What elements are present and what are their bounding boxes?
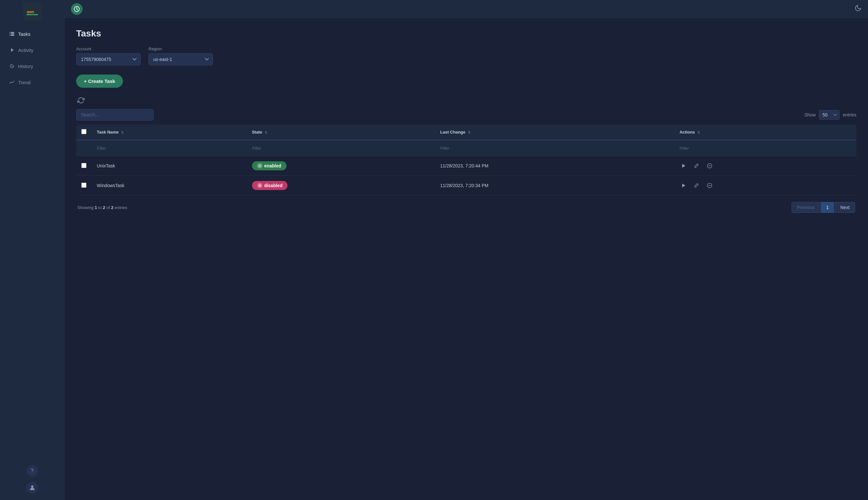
task-name-unix: UnixTask	[92, 156, 247, 176]
run-button-windows[interactable]	[679, 182, 687, 189]
refresh-button[interactable]	[76, 95, 86, 105]
sidebar-item-history[interactable]: History	[3, 59, 61, 73]
state-badge-disabled: ✕ disabled	[252, 181, 288, 190]
svg-text:aws: aws	[27, 10, 34, 14]
dark-mode-toggle[interactable]	[855, 4, 861, 13]
sidebar-item-history-label: History	[18, 64, 33, 69]
help-button[interactable]: ?	[26, 465, 38, 477]
run-button-unix[interactable]	[679, 162, 687, 170]
svg-rect-6	[10, 34, 10, 34]
svg-rect-4	[10, 32, 10, 33]
filter-name: Filter	[97, 146, 106, 151]
account-select[interactable]: 175579060475	[76, 53, 141, 66]
next-button[interactable]: Next	[835, 202, 855, 213]
aws-logo: aws	[23, 3, 41, 21]
badge-dot-enabled: ✓	[257, 163, 262, 168]
table-controls: Show 50 10 25 100 entries	[76, 109, 856, 121]
region-select[interactable]: us-east-1	[148, 53, 213, 66]
trend-icon	[9, 79, 15, 85]
col-last-change[interactable]: Last Change ⇅	[435, 125, 674, 140]
sidebar-item-trend[interactable]: Trend	[3, 75, 61, 90]
showing-total: 2	[111, 205, 113, 210]
row-checkbox-unix[interactable]	[81, 163, 87, 168]
sidebar-item-trend-label: Trend	[18, 80, 31, 85]
show-entries: Show 50 10 25 100 entries	[804, 110, 856, 120]
minus-circle-icon	[707, 183, 712, 189]
sort-arrows-actions: ⇅	[697, 131, 700, 134]
nav-items: Tasks Activity History Trend	[0, 23, 64, 459]
show-label: Show	[804, 112, 816, 117]
entries-label: entries	[843, 112, 856, 117]
task-state-windows: ✕ disabled	[247, 176, 435, 195]
page-1-button[interactable]: 1	[821, 202, 834, 213]
delete-button-windows[interactable]	[706, 181, 714, 190]
pagination-buttons: Previous 1 Next	[791, 202, 855, 213]
col-actions[interactable]: Actions ⇅	[674, 125, 856, 140]
showing-from: 1	[95, 205, 97, 210]
sidebar-item-tasks-label: Tasks	[18, 31, 30, 37]
edit-button-unix[interactable]	[692, 162, 700, 170]
search-input[interactable]	[76, 109, 154, 121]
task-actions-windows	[674, 176, 856, 195]
row-checkbox-windows[interactable]	[81, 183, 87, 188]
task-last-change-unix: 11/28/2023, 7:20:44 PM	[435, 156, 674, 176]
region-label: Region	[148, 46, 213, 51]
content-area: Tasks Account 175579060475 Region us-eas…	[65, 18, 868, 500]
table-row: UnixTask ✓ enabled 11/28/2023, 7:20:44 P…	[76, 156, 856, 176]
refresh-icon	[77, 97, 84, 104]
svg-rect-5	[11, 32, 14, 33]
sort-arrows-state: ⇅	[264, 131, 267, 134]
svg-rect-9	[11, 35, 14, 36]
task-name-windows: WindowsTask	[92, 176, 247, 195]
sort-arrows-change: ⇅	[468, 131, 471, 134]
tasks-icon	[9, 31, 15, 37]
svg-point-11	[31, 486, 33, 488]
showing-text: Showing 1 to 2 of 2 entries	[77, 205, 127, 210]
col-state[interactable]: State ⇅	[247, 125, 435, 140]
table-row: WindowsTask ✕ disabled 11/28/2023, 7:20:…	[76, 176, 856, 195]
sidebar-item-tasks[interactable]: Tasks	[3, 26, 61, 41]
play-icon	[681, 163, 686, 168]
main-content: Tasks Account 175579060475 Region us-eas…	[65, 0, 868, 500]
region-filter-group: Region us-east-1	[148, 46, 213, 66]
filters-row: Account 175579060475 Region us-east-1	[76, 46, 856, 66]
svg-marker-16	[682, 183, 685, 188]
sidebar-item-activity[interactable]: Activity	[3, 43, 61, 57]
svg-rect-3	[26, 14, 38, 15]
delete-button-unix[interactable]	[706, 162, 714, 170]
filter-state: Filter	[252, 146, 261, 151]
filter-change: Filter	[440, 146, 450, 151]
play-icon	[681, 183, 686, 188]
sidebar-bottom: ?	[0, 459, 64, 500]
previous-button[interactable]: Previous	[791, 202, 820, 213]
edit-button-windows[interactable]	[692, 182, 700, 189]
entries-select[interactable]: 50 10 25 100	[819, 110, 839, 120]
task-table: Task Name ⇅ State ⇅ Last Change ⇅ Action…	[76, 125, 856, 195]
account-label: Account	[76, 46, 141, 51]
create-task-button[interactable]: + Create Task	[76, 75, 123, 88]
edit-icon	[694, 183, 699, 188]
state-badge-enabled: ✓ enabled	[252, 161, 286, 170]
activity-icon	[9, 47, 15, 53]
user-icon[interactable]	[26, 482, 38, 493]
account-filter-group: Account 175579060475	[76, 46, 141, 66]
select-all-checkbox[interactable]	[81, 129, 87, 134]
sidebar: aws Tasks	[0, 0, 65, 500]
col-task-name[interactable]: Task Name ⇅	[92, 125, 247, 140]
sort-arrows-name: ⇅	[121, 131, 124, 134]
actions-cell-unix	[679, 162, 851, 170]
actions-cell-windows	[679, 181, 851, 190]
svg-marker-10	[11, 48, 13, 52]
minus-circle-icon	[707, 163, 712, 169]
task-last-change-windows: 11/28/2023, 7:20:34 PM	[435, 176, 674, 195]
task-state-unix: ✓ enabled	[247, 156, 435, 176]
history-icon	[9, 63, 15, 69]
filter-actions: Filter	[679, 146, 689, 151]
svg-marker-13	[682, 164, 685, 168]
badge-dot-disabled: ✕	[257, 183, 262, 188]
showing-to: 2	[103, 205, 105, 210]
svg-rect-7	[11, 34, 14, 34]
pagination-row: Showing 1 to 2 of 2 entries Previous 1 N…	[76, 202, 856, 213]
page-title: Tasks	[76, 29, 856, 39]
svg-rect-8	[10, 35, 10, 36]
